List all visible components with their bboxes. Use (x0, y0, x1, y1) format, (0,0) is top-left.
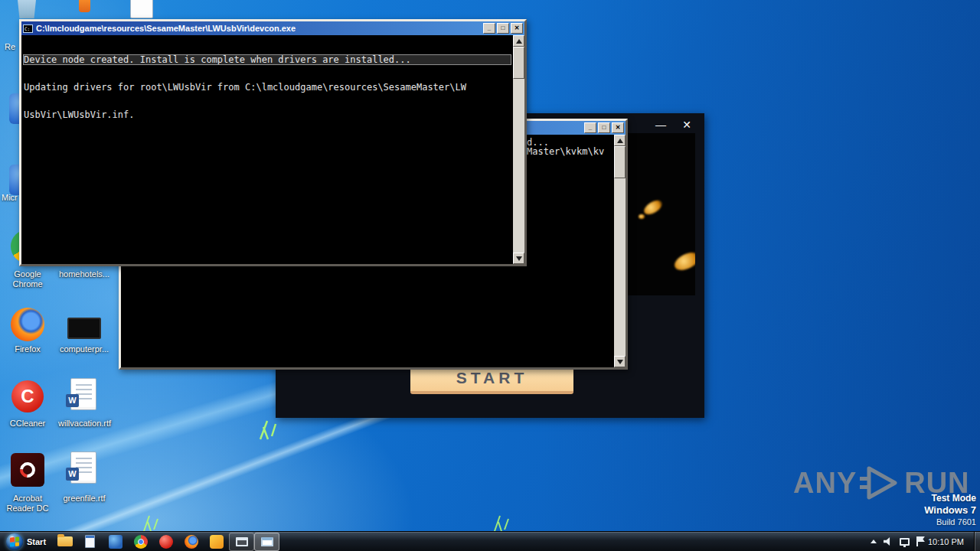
vertical-scrollbar[interactable] (513, 35, 524, 264)
close-button[interactable]: ✕ (511, 23, 523, 34)
taskbar-red-app-button[interactable] (153, 533, 178, 551)
desktop: Re Micr Google Chrome homehotels... Fire… (0, 0, 980, 551)
ccleaner-icon: C (11, 380, 44, 412)
document-icon (130, 0, 153, 18)
console-window-devcon: C: C:\lmcloudgame\resources\SesameMaster… (19, 19, 527, 266)
desktop-label-google-chrome: Google Chrome (2, 269, 54, 289)
scroll-up-button[interactable] (614, 135, 626, 146)
bottle-icon (79, 0, 90, 12)
console-icon: C: (23, 24, 33, 33)
red-orb-icon (159, 535, 173, 549)
chrome-icon (134, 535, 148, 549)
anyrun-brand-left: ANY (793, 467, 857, 500)
desktop-icon-acrobat[interactable] (11, 453, 44, 487)
test-mode-label: Test Mode (861, 493, 976, 504)
taskbar-active-window-button[interactable] (254, 533, 279, 551)
maximize-button[interactable]: □ (497, 23, 509, 34)
desktop-label-homehotels: homehotels... (58, 269, 110, 279)
flag-pane (10, 537, 15, 542)
desktop-label-computerpr: computerpr... (58, 344, 110, 354)
desktop-label-willvacation: willvacation.rtf (58, 419, 110, 429)
vertical-scrollbar[interactable] (614, 135, 626, 367)
desktop-label-recycle-bin: Re (5, 42, 15, 51)
console-text-area: Device node created. Install is complete… (21, 35, 513, 264)
desktop-label-micr: Micr (2, 193, 18, 202)
desktop-label-ccleaner: CCleaner (2, 419, 54, 429)
taskbar-document-app-button[interactable] (77, 533, 103, 551)
volume-icon[interactable] (884, 537, 893, 546)
taskbar-blue-app-button[interactable] (103, 533, 128, 551)
goldfish-small (639, 214, 645, 219)
console-line: Device node created. Install is complete… (24, 55, 511, 64)
firefox-icon (185, 535, 198, 549)
scroll-track[interactable] (513, 47, 524, 253)
blue-app-icon (109, 535, 122, 549)
minimize-button[interactable]: _ (483, 23, 495, 34)
action-center-flag-icon[interactable] (916, 536, 918, 546)
desktop-icon-willvacation[interactable]: W (70, 378, 96, 410)
word-document-icon: W (70, 378, 96, 410)
show-desktop-button[interactable] (974, 532, 980, 551)
recycle-bin-icon (14, 0, 40, 18)
taskbar-firefox-button[interactable] (178, 533, 204, 551)
flag-pane (15, 541, 20, 546)
desktop-icon-document[interactable] (130, 0, 153, 18)
desktop-icon-bottle[interactable] (79, 0, 90, 12)
test-mode-info: Test Mode Windows 7 Build 7601 (861, 493, 976, 527)
black-image-icon (67, 318, 101, 339)
close-button[interactable]: ✕ (680, 118, 694, 132)
start-button[interactable]: Start (0, 532, 52, 551)
desktop-icon-computerpr[interactable] (67, 318, 101, 339)
amber-app-icon (210, 535, 224, 549)
console-line: UsbVir\LWUsbVir.inf. (24, 110, 511, 119)
network-icon[interactable] (900, 538, 910, 546)
scroll-up-button[interactable] (513, 35, 524, 47)
down-arrow-icon (516, 256, 522, 261)
up-arrow-icon (516, 39, 522, 44)
taskbar-icons (52, 532, 279, 551)
firefox-icon (11, 308, 44, 341)
window-icon (261, 537, 273, 546)
close-button[interactable]: ✕ (612, 122, 624, 133)
taskbar: Start 10:10 PM (0, 531, 980, 551)
green-sparkle (254, 413, 280, 444)
windows-flag-icon (10, 536, 19, 546)
word-badge: W (66, 394, 79, 407)
scroll-down-button[interactable] (513, 253, 524, 264)
taskbar-clock[interactable]: 10:10 PM (925, 537, 967, 546)
desktop-label-firefox: Firefox (2, 344, 54, 354)
taskbar-open-window-button[interactable] (229, 533, 254, 551)
maximize-button[interactable]: □ (598, 122, 610, 133)
desktop-label-acrobat: Acrobat Reader DC (2, 494, 54, 514)
build-label: Build 7601 (861, 517, 976, 527)
minimize-button[interactable]: _ (584, 122, 596, 133)
console-content: Device node created. Install is complete… (21, 35, 524, 264)
desktop-label-greenfile: greenfile.rtf (58, 494, 110, 504)
folder-icon (57, 536, 73, 546)
titlebar[interactable]: C: C:\lmcloudgame\resources\SesameMaster… (21, 21, 524, 35)
desktop-icon-recycle-bin[interactable] (14, 0, 40, 18)
document-icon (85, 535, 95, 548)
desktop-icon-greenfile[interactable]: W (70, 452, 96, 484)
taskbar-chrome-button[interactable] (128, 533, 153, 551)
goldfish (642, 197, 664, 217)
minimize-button[interactable]: — (654, 118, 668, 132)
scroll-thumb[interactable] (614, 146, 626, 178)
acrobat-reader-icon (11, 453, 44, 487)
game-window-controls: — ✕ (654, 118, 694, 132)
word-badge: W (66, 468, 79, 481)
taskbar-amber-app-button[interactable] (204, 533, 229, 551)
scroll-thumb[interactable] (513, 47, 524, 79)
scroll-track[interactable] (614, 146, 626, 356)
flag-pane (10, 542, 15, 546)
desktop-icon-firefox[interactable] (11, 308, 44, 341)
flag-pane (15, 536, 20, 541)
show-hidden-icons-button[interactable] (871, 540, 877, 543)
window-icon (236, 537, 248, 546)
scroll-down-button[interactable] (614, 356, 626, 367)
system-tray: 10:10 PM (871, 532, 980, 551)
window-title: C:\lmcloudgame\resources\SesameMaster\LW… (36, 24, 482, 33)
taskbar-explorer-button[interactable] (52, 533, 77, 551)
os-label: Windows 7 (861, 504, 976, 516)
desktop-icon-ccleaner[interactable]: C (11, 380, 44, 412)
